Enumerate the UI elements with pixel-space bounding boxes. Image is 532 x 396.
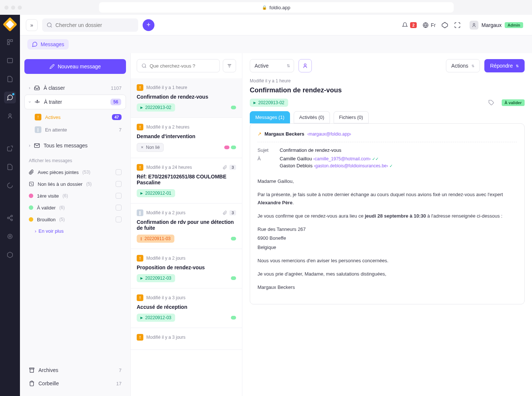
filter-attachments[interactable]: Avec pièces jointes (53) <box>24 166 126 178</box>
rail-stats-icon[interactable] <box>4 180 16 191</box>
maximize-window[interactable] <box>18 6 22 10</box>
person-icon <box>302 63 308 69</box>
language-selector[interactable]: Fr <box>423 22 436 28</box>
detail-ref-chip[interactable]: ▶20220913-02 <box>250 99 288 107</box>
message-title: Proposition de rendez-vous <box>137 264 236 270</box>
svg-point-11 <box>9 236 11 238</box>
app-logo[interactable] <box>3 17 17 32</box>
ref-chip[interactable]: ∥20220911-03 <box>137 235 174 243</box>
list-filter-button[interactable] <box>223 59 236 72</box>
svg-point-10 <box>8 234 12 239</box>
rail-dashboard-icon[interactable] <box>4 36 16 48</box>
filter-to-validate[interactable]: À valider (6) <box>24 202 126 214</box>
from-row: ↗ Margaux Beckers ‹margaux@foldio.app› <box>258 131 517 142</box>
nav-trash[interactable]: Corbeille 17 <box>24 377 126 390</box>
fullscreen-icon[interactable] <box>454 22 461 28</box>
nav-all-messages[interactable]: › Tous les messages <box>24 139 126 152</box>
reply-button[interactable]: Répondre⇅ <box>484 59 525 72</box>
ref-chip[interactable]: ▶20220913-02 <box>137 103 175 112</box>
archive-icon <box>29 367 35 373</box>
message-card[interactable]: ! Modifié il y a 24 heures 3 Réf: E70/22… <box>131 158 242 204</box>
url-bar[interactable]: 🔒 foldio.app <box>99 2 454 13</box>
global-search-input[interactable] <box>55 22 134 28</box>
ref-chip[interactable]: ▶20220912-03 <box>137 314 175 322</box>
attachment-indicator: 3 <box>223 210 236 215</box>
svg-line-8 <box>9 216 11 218</box>
svg-line-9 <box>9 218 11 219</box>
ref-chip[interactable]: ▶20220912-03 <box>137 274 175 282</box>
url-text: foldio.app <box>269 5 290 10</box>
rail-notes-icon[interactable] <box>4 161 16 173</box>
rail-folders-icon[interactable] <box>4 55 16 66</box>
user-menu[interactable]: Margaux Admin <box>467 19 526 31</box>
global-search[interactable] <box>42 18 138 32</box>
message-card[interactable]: ! Modifié il y a 1 heure Confirmation de… <box>131 78 242 118</box>
checkbox[interactable] <box>116 193 122 199</box>
chevron-right-icon: › <box>29 143 30 148</box>
message-card[interactable]: ! Modifié il y a 3 jours <box>131 328 242 350</box>
minimize-window[interactable] <box>11 6 15 10</box>
collapse-sidebar-button[interactable]: » <box>26 19 38 31</box>
nav-to-classify[interactable]: › À classer 1107 <box>24 81 126 95</box>
rail-messages-icon[interactable] <box>4 92 16 103</box>
breadcrumb-messages[interactable]: Messages <box>27 39 69 50</box>
see-more-link[interactable]: ›En voir plus <box>24 225 126 237</box>
message-title: Confirmation de rendez-vous <box>137 94 236 100</box>
svg-marker-16 <box>442 22 448 28</box>
trash-icon <box>29 380 35 386</box>
tab-activities[interactable]: Activités (0) <box>294 111 330 123</box>
message-time: Modifié il y a 2 jours <box>146 256 185 261</box>
notif-count: 2 <box>410 22 417 28</box>
help-icon[interactable] <box>441 22 448 28</box>
list-search-input[interactable] <box>150 63 215 69</box>
tab-messages[interactable]: Messages (1) <box>250 111 290 123</box>
status-select[interactable]: Active <box>250 59 294 72</box>
checkbox[interactable] <box>116 181 122 187</box>
filter-unlinked[interactable]: Non liés à un dossier (5) <box>24 178 126 190</box>
message-title: Accusé de réception <box>137 304 236 310</box>
filter-first-visit[interactable]: 1ère visite (6) <box>24 190 126 202</box>
nav-to-process[interactable]: › À traiter 56 <box>24 95 126 109</box>
filter-draft[interactable]: Brouillon (5) <box>24 214 126 225</box>
nav-waiting[interactable]: ∥ En attente 7 <box>30 123 126 136</box>
close-window[interactable] <box>4 6 8 10</box>
message-card[interactable]: ! Modifié il y a 2 jours Proposition de … <box>131 249 242 289</box>
checkbox[interactable] <box>116 205 122 211</box>
pencil-icon <box>50 64 55 69</box>
tab-files[interactable]: Fichiers (0) <box>334 111 369 123</box>
svg-point-28 <box>304 64 306 66</box>
assign-person-button[interactable] <box>299 59 312 72</box>
new-message-button[interactable]: Nouveau message <box>24 59 126 74</box>
message-card[interactable]: ! Modifié il y a 3 jours Accusé de récep… <box>131 289 242 328</box>
tag-pink-icon <box>29 194 33 198</box>
lock-icon: 🔒 <box>262 5 267 10</box>
notifications[interactable]: 2 <box>402 22 417 28</box>
tag-indicators <box>224 146 236 149</box>
rail-share-icon[interactable] <box>4 212 16 224</box>
message-card[interactable]: ! Modifié il y a 2 heures Demande d'inte… <box>131 118 242 158</box>
rail-external-icon[interactable] <box>4 143 16 154</box>
message-list-pane: ! Modifié il y a 1 heure Confirmation de… <box>131 53 242 396</box>
tag-icon[interactable] <box>488 100 494 106</box>
ref-chip[interactable]: ✕Non lié <box>137 143 164 152</box>
tag-indicators <box>231 316 236 320</box>
checkbox[interactable] <box>116 169 122 175</box>
filter-icon <box>227 63 232 68</box>
checkbox[interactable] <box>116 216 122 222</box>
actions-button[interactable]: Actions⇅ <box>446 59 480 72</box>
chat-icon <box>32 41 38 47</box>
message-card[interactable]: ∥ Modifié il y a 2 jours 3 Confirmation … <box>131 204 242 249</box>
list-search[interactable] <box>137 59 220 72</box>
pause-icon: ∥ <box>35 126 41 133</box>
nav-actives[interactable]: ! Actives 47 <box>30 111 126 123</box>
rail-package-icon[interactable] <box>4 249 16 261</box>
rail-documents-icon[interactable] <box>4 73 16 85</box>
add-button[interactable]: + <box>143 19 154 31</box>
rail-contacts-icon[interactable] <box>4 110 16 122</box>
to-label: À <box>258 156 272 170</box>
ref-chip[interactable]: ▶20220912-01 <box>137 189 175 197</box>
user-avatar-icon <box>470 21 478 30</box>
nav-archives[interactable]: Archives 7 <box>24 363 126 377</box>
rail-target-icon[interactable] <box>4 231 16 242</box>
user-role-badge: Admin <box>505 22 523 28</box>
